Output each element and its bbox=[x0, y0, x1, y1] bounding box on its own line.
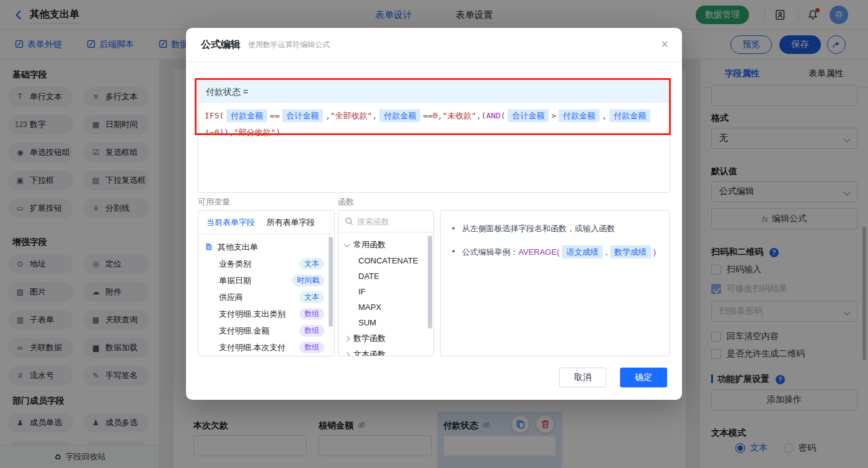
functions-scrollbar[interactable] bbox=[428, 236, 432, 329]
close-icon[interactable]: × bbox=[661, 38, 668, 50]
function-MAPX[interactable]: MAPX bbox=[345, 299, 433, 315]
formula-token: , bbox=[229, 128, 234, 137]
function-group-常用函数[interactable]: 常用函数 bbox=[345, 237, 433, 253]
functions-section-label: 函数 bbox=[338, 196, 354, 208]
formula-field-token[interactable]: 合计金额 bbox=[508, 109, 549, 122]
formula-token: , bbox=[602, 111, 607, 120]
formula-token: )) bbox=[219, 128, 229, 137]
function-group-文本函数[interactable]: 文本函数 bbox=[345, 347, 433, 356]
modal-footer: 取消 确定 bbox=[559, 368, 667, 387]
function-SUM[interactable]: SUM bbox=[345, 315, 433, 330]
variable-name: 供应商 bbox=[219, 292, 243, 303]
formula-token: == bbox=[270, 111, 280, 120]
search-icon bbox=[345, 217, 353, 226]
form-designer-page: 其他支出单 表单设计表单设置 数据管理 存 表单外链后端脚本数据权 预览 保存 … bbox=[0, 0, 868, 468]
formula-token: > bbox=[551, 111, 556, 120]
function-IF[interactable]: IF bbox=[345, 284, 433, 299]
formula-token: ) bbox=[276, 128, 281, 137]
function-group-label: 文本函数 bbox=[353, 349, 386, 356]
help-tip-2: • 公式编辑举例：AVERAGE(语文成绩,数学成绩) bbox=[452, 245, 658, 258]
variable-支付明细.本次支付[interactable]: 支付明细.本次支付数组 bbox=[205, 339, 332, 356]
modal-subtitle: 使用数学运算符编辑公式 bbox=[248, 40, 330, 50]
type-badge: 数组 bbox=[299, 325, 324, 337]
tip2-field-token: 语文成绩 bbox=[562, 245, 603, 258]
tip2-function: AVERAGE( bbox=[518, 247, 559, 257]
type-badge: 文本 bbox=[299, 291, 324, 303]
formula-token: , bbox=[372, 111, 377, 120]
function-search-input[interactable] bbox=[357, 217, 419, 226]
variables-section-label: 可用变量 bbox=[198, 196, 230, 208]
caret-down-icon bbox=[344, 241, 350, 247]
formula-token: ==0 bbox=[423, 111, 437, 120]
tip2-separator: , bbox=[605, 247, 608, 257]
type-badge: 数组 bbox=[299, 308, 324, 320]
variables-tab-当前表单字段[interactable]: 当前表单字段 bbox=[206, 217, 255, 228]
variable-name: 业务类别 bbox=[219, 258, 251, 270]
variable-name: 支付明细.金额 bbox=[219, 325, 270, 337]
bullet-icon: • bbox=[452, 223, 462, 235]
formula-field-token[interactable]: 付款金额 bbox=[226, 109, 267, 122]
document-icon bbox=[205, 242, 213, 253]
formula-target: 付款状态 = bbox=[198, 82, 670, 103]
type-badge: 时间戳 bbox=[292, 275, 324, 286]
functions-panel: 常用函数CONCATENATEDATEIFMAPXSUM数学函数文本函数 bbox=[338, 210, 434, 356]
variable-name: 单据日期 bbox=[219, 275, 251, 286]
variables-scrollbar[interactable] bbox=[329, 237, 333, 327]
caret-right-icon bbox=[344, 351, 350, 356]
formula-expression[interactable]: IFS(付款金额==合计金额,"全部收款",付款金额==0,"未收款",(AND… bbox=[198, 103, 670, 145]
cancel-button[interactable]: 取消 bbox=[559, 368, 606, 387]
formula-token: ,( bbox=[476, 111, 486, 120]
formula-token: IFS( bbox=[205, 111, 224, 120]
tip2-field-token: 数学成绩 bbox=[610, 245, 651, 258]
variables-panel: 当前表单字段所有表单字段 其他支出单业务类别文本单据日期时间戳供应商文本支付明细… bbox=[198, 210, 335, 356]
variables-root-label: 其他支出单 bbox=[218, 242, 258, 253]
variable-业务类别[interactable]: 业务类别文本 bbox=[205, 255, 332, 272]
variables-tab-所有表单字段[interactable]: 所有表单字段 bbox=[267, 217, 315, 228]
type-badge: 文本 bbox=[299, 258, 324, 270]
function-DATE[interactable]: DATE bbox=[345, 268, 433, 284]
formula-token: , bbox=[438, 111, 443, 120]
type-badge: 数组 bbox=[299, 342, 324, 353]
function-CONCATENATE[interactable]: CONCATENATE bbox=[345, 253, 433, 268]
variable-name: 支付明细.本次支付 bbox=[219, 342, 286, 353]
variable-支付明细.金额[interactable]: 支付明细.金额数组 bbox=[205, 322, 332, 339]
variable-name: 支付明细.支出类别 bbox=[219, 309, 286, 320]
variable-供应商[interactable]: 供应商文本 bbox=[205, 289, 332, 306]
modal-title: 公式编辑 bbox=[201, 38, 241, 51]
tip2-prefix: 公式编辑举例： bbox=[462, 247, 518, 257]
formula-editor-modal: 公式编辑 使用数学运算符编辑公式 × 付款状态 = IFS(付款金额==合计金额… bbox=[186, 28, 682, 400]
function-group-label: 常用函数 bbox=[353, 239, 386, 250]
formula-token: "部分收款" bbox=[234, 128, 276, 137]
function-search bbox=[339, 211, 433, 232]
formula-token: "未收款" bbox=[443, 111, 477, 120]
function-group-label: 数学函数 bbox=[353, 333, 386, 344]
bullet-icon: • bbox=[452, 245, 462, 258]
formula-token: "全部收款" bbox=[330, 111, 373, 120]
variable-单据日期[interactable]: 单据日期时间戳 bbox=[205, 272, 332, 289]
formula-field-token[interactable]: 合计金额 bbox=[282, 109, 323, 122]
caret-right-icon bbox=[344, 335, 350, 342]
formula-field-token[interactable]: 付款金额 bbox=[379, 109, 420, 122]
formula-help-panel: • 从左侧面板选择字段名和函数，或输入函数 • 公式编辑举例：AVERAGE(语… bbox=[440, 210, 670, 356]
help-tip-1: • 从左侧面板选择字段名和函数，或输入函数 bbox=[452, 223, 658, 235]
formula-field-token[interactable]: 付款金额 bbox=[559, 109, 600, 122]
tip2-close: ) bbox=[653, 247, 656, 257]
formula-token: !=0 bbox=[205, 128, 219, 137]
formula-token: AND( bbox=[486, 111, 505, 120]
formula-field-token[interactable]: 付款金额 bbox=[609, 109, 650, 122]
formula-editor[interactable]: 付款状态 = IFS(付款金额==合计金额,"全部收款",付款金额==0,"未收… bbox=[198, 81, 670, 193]
function-group-数学函数[interactable]: 数学函数 bbox=[345, 330, 433, 347]
variables-root[interactable]: 其他支出单 bbox=[205, 239, 332, 255]
modal-header: 公式编辑 使用数学运算符编辑公式 × bbox=[186, 28, 682, 62]
confirm-button[interactable]: 确定 bbox=[620, 368, 667, 387]
formula-token: , bbox=[326, 111, 330, 120]
variable-支付明细.支出类别[interactable]: 支付明细.支出类别数组 bbox=[205, 306, 332, 322]
